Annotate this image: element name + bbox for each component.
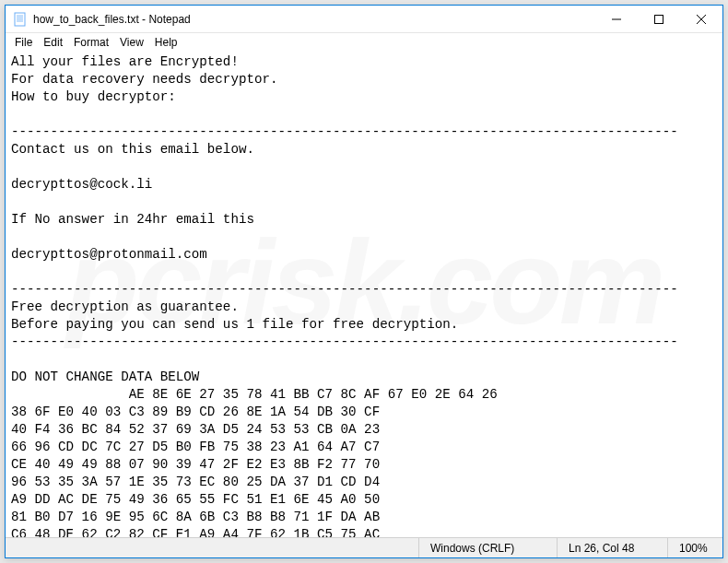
status-position: Ln 26, Col 48 [557, 538, 667, 557]
svg-rect-6 [655, 15, 663, 23]
notepad-window: how_to_back_files.txt - Notepad File Edi… [5, 5, 723, 558]
menu-view[interactable]: View [114, 34, 149, 51]
statusbar: Windows (CRLF) Ln 26, Col 48 100% [6, 537, 722, 557]
notepad-icon [13, 12, 28, 27]
menu-help[interactable]: Help [149, 34, 183, 51]
titlebar: how_to_back_files.txt - Notepad [6, 6, 722, 33]
status-zoom: 100% [667, 538, 722, 557]
window-title: how_to_back_files.txt - Notepad [33, 13, 595, 26]
minimize-button[interactable] [595, 6, 638, 33]
maximize-button[interactable] [638, 6, 680, 33]
text-area[interactable]: All your files are Encrypted! For data r… [6, 52, 722, 537]
window-controls [595, 6, 722, 33]
menu-file[interactable]: File [9, 34, 38, 51]
menubar: File Edit Format View Help [6, 33, 722, 52]
menu-format[interactable]: Format [68, 34, 114, 51]
status-encoding: Windows (CRLF) [418, 538, 557, 557]
menu-edit[interactable]: Edit [38, 34, 68, 51]
close-button[interactable] [680, 6, 722, 33]
